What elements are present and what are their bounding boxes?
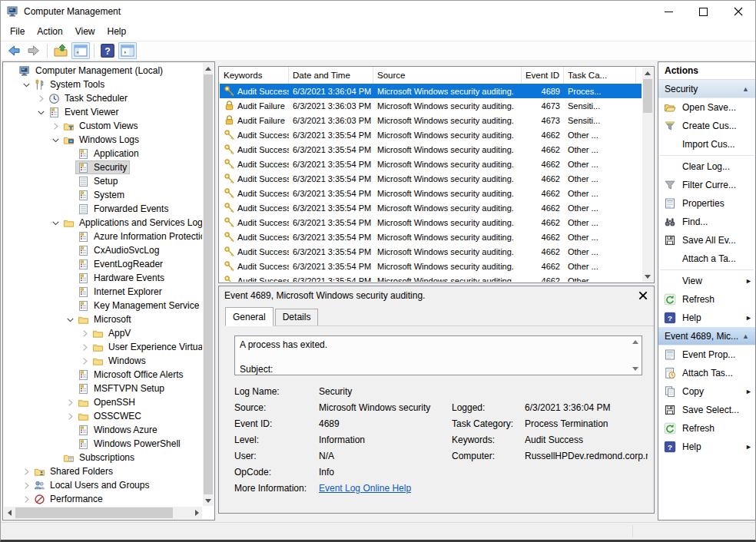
column-header-source[interactable]: Source bbox=[373, 67, 522, 84]
action-import-cus[interactable]: Import Cus... bbox=[658, 135, 755, 154]
maximize-button[interactable] bbox=[686, 1, 721, 22]
tree-item-microsoft[interactable]: Microsoft bbox=[5, 312, 202, 326]
column-header-event-id[interactable]: Event ID bbox=[522, 67, 564, 84]
event-description-box[interactable]: A process has exited. Subject: bbox=[234, 335, 642, 375]
collapse-arrow-icon[interactable]: ▲ bbox=[742, 85, 749, 93]
event-row[interactable]: Audit Success6/3/2021 3:35:54 PMMicrosof… bbox=[220, 171, 642, 186]
event-row[interactable]: Audit Success6/3/2021 3:35:54 PMMicrosof… bbox=[220, 186, 642, 200]
menu-file[interactable]: File bbox=[4, 24, 31, 39]
tree-item-applications-and-services-logs[interactable]: Applications and Services Logs bbox=[5, 216, 202, 230]
action-attach-a-ta[interactable]: Attach a Ta... bbox=[658, 250, 755, 268]
chevron-right-icon[interactable] bbox=[79, 342, 91, 353]
chevron-right-icon[interactable] bbox=[79, 328, 91, 339]
event-row[interactable]: Audit Success6/3/2021 3:35:54 PMMicrosof… bbox=[220, 230, 642, 244]
action-attach-tas[interactable]: Attach Tas... bbox=[658, 364, 755, 382]
chevron-down-icon[interactable] bbox=[65, 314, 76, 326]
tree-item-appv[interactable]: AppV bbox=[5, 326, 202, 340]
menu-action[interactable]: Action bbox=[31, 24, 68, 39]
close-detail-button[interactable] bbox=[638, 290, 648, 301]
tree-horizontal-scrollbar[interactable] bbox=[4, 507, 202, 519]
scroll-up-arrow[interactable] bbox=[203, 63, 214, 74]
scroll-down-arrow[interactable] bbox=[203, 495, 214, 506]
action-clear-log[interactable]: Clear Log... bbox=[658, 157, 755, 176]
chevron-right-icon[interactable] bbox=[21, 494, 32, 505]
column-header-task-ca[interactable]: Task Ca... bbox=[564, 67, 636, 84]
action-group-header-security[interactable]: Security▲ bbox=[658, 80, 755, 98]
tree-item-custom-views[interactable]: Custom Views bbox=[5, 119, 202, 133]
chevron-right-icon[interactable] bbox=[21, 480, 32, 491]
chevron-down-icon[interactable] bbox=[50, 134, 61, 146]
tree-item-hardware-events[interactable]: Hardware Events bbox=[5, 271, 202, 285]
action-save-select[interactable]: Save Select... bbox=[658, 401, 755, 419]
action-pane-toggle[interactable] bbox=[118, 42, 137, 59]
scroll-thumb[interactable] bbox=[15, 507, 173, 518]
column-header-keywords[interactable]: Keywords bbox=[220, 67, 289, 84]
tree-item-forwarded-events[interactable]: Forwarded Events bbox=[5, 202, 202, 216]
event-row[interactable]: Audit Success6/3/2021 3:36:04 PMMicrosof… bbox=[220, 84, 642, 98]
chevron-right-icon[interactable] bbox=[65, 411, 76, 422]
tree-item-windows[interactable]: Windows bbox=[5, 354, 202, 368]
tree-item-subscriptions[interactable]: Subscriptions bbox=[5, 451, 202, 464]
tree-item-performance[interactable]: Performance bbox=[5, 492, 202, 506]
tree-item-computer-management-local[interactable]: Computer Management (Local) bbox=[5, 64, 202, 78]
action-refresh[interactable]: Refresh bbox=[658, 290, 755, 309]
tree-item-cxaudiosvclog[interactable]: CxAudioSvcLog bbox=[5, 243, 202, 257]
event-row[interactable]: Audit Success6/3/2021 3:35:54 PMMicrosof… bbox=[220, 215, 642, 230]
action-group-header-event-4689-mic[interactable]: Event 4689, Mic...▲ bbox=[658, 327, 755, 345]
menu-view[interactable]: View bbox=[69, 24, 101, 39]
tree-item-windows-logs[interactable]: Windows Logs bbox=[5, 133, 202, 147]
event-row[interactable]: Audit Success6/3/2021 3:35:54 PMMicrosof… bbox=[220, 127, 642, 142]
tree-item-azure-information-protection[interactable]: Azure Information Protection bbox=[5, 230, 202, 243]
forward-button[interactable] bbox=[25, 42, 43, 59]
action-properties[interactable]: Properties bbox=[658, 194, 755, 213]
tree-item-osscwec[interactable]: OSSCWEC bbox=[5, 409, 202, 423]
scroll-right-arrow[interactable] bbox=[191, 507, 202, 519]
chevron-right-icon[interactable] bbox=[50, 121, 61, 132]
tree-item-system-tools[interactable]: System Tools bbox=[5, 78, 202, 91]
scroll-down-arrow[interactable] bbox=[631, 365, 640, 373]
tree-item-windows-azure[interactable]: Windows Azure bbox=[5, 423, 202, 437]
tree-vertical-scrollbar[interactable] bbox=[203, 63, 214, 506]
help-button[interactable]: ? bbox=[98, 42, 117, 59]
action-help[interactable]: ?Help► bbox=[658, 438, 755, 456]
tree-item-setup[interactable]: Setup bbox=[5, 174, 202, 188]
event-row[interactable]: Audit Success6/3/2021 3:35:54 PMMicrosof… bbox=[220, 244, 642, 259]
action-create-cus[interactable]: Create Cus... bbox=[658, 117, 755, 135]
tree-item-security[interactable]: Security bbox=[5, 160, 202, 174]
scroll-left-arrow[interactable] bbox=[4, 507, 15, 519]
tree-item-eventlogreader[interactable]: EventLogReader bbox=[5, 257, 202, 271]
console-tree-toggle[interactable] bbox=[71, 42, 90, 59]
scroll-up-arrow[interactable] bbox=[631, 338, 640, 346]
event-row[interactable]: Audit Failure6/3/2021 3:36:03 PMMicrosof… bbox=[220, 113, 642, 127]
action-event-prop[interactable]: Event Prop... bbox=[658, 345, 755, 364]
tree-item-internet-explorer[interactable]: Internet Explorer bbox=[5, 285, 202, 299]
tree-item-openssh[interactable]: OpenSSH bbox=[5, 395, 202, 409]
chevron-right-icon[interactable] bbox=[35, 93, 47, 104]
tree-item-msftvpn-setup[interactable]: MSFTVPN Setup bbox=[5, 382, 202, 395]
action-refresh[interactable]: Refresh bbox=[658, 419, 755, 438]
action-save-all-ev[interactable]: Save All Ev... bbox=[658, 231, 755, 250]
scroll-up-arrow[interactable] bbox=[642, 68, 653, 78]
action-open-save[interactable]: Open Save... bbox=[658, 98, 755, 117]
chevron-down-icon[interactable] bbox=[50, 217, 61, 229]
close-button[interactable] bbox=[721, 1, 755, 22]
event-row[interactable]: Audit Success6/3/2021 3:35:54 PMMicrosof… bbox=[220, 273, 642, 282]
minimize-button[interactable] bbox=[652, 1, 686, 22]
chevron-down-icon[interactable] bbox=[35, 107, 47, 118]
scroll-thumb[interactable] bbox=[643, 79, 652, 113]
action-find[interactable]: Find... bbox=[658, 213, 755, 231]
scroll-down-arrow[interactable] bbox=[642, 271, 653, 282]
event-row[interactable]: Audit Failure6/3/2021 3:36:03 PMMicrosof… bbox=[220, 98, 642, 113]
tree-item-windows-powershell[interactable]: Windows PowerShell bbox=[5, 437, 202, 451]
chevron-right-icon[interactable] bbox=[65, 397, 76, 408]
tree-item-event-viewer[interactable]: Event Viewer bbox=[5, 105, 202, 119]
chevron-down-icon[interactable] bbox=[21, 79, 32, 91]
event-row[interactable]: Audit Success6/3/2021 3:35:54 PMMicrosof… bbox=[220, 157, 642, 171]
action-view[interactable]: View► bbox=[658, 272, 755, 290]
tree-item-system[interactable]: System bbox=[5, 188, 202, 202]
export-button[interactable] bbox=[51, 42, 70, 59]
list-vertical-scrollbar[interactable] bbox=[642, 68, 653, 282]
column-header-date-and-time[interactable]: Date and Time bbox=[289, 67, 373, 84]
tab-general[interactable]: General bbox=[225, 307, 274, 326]
tree-item-local-users-and-groups[interactable]: Local Users and Groups bbox=[5, 478, 202, 492]
